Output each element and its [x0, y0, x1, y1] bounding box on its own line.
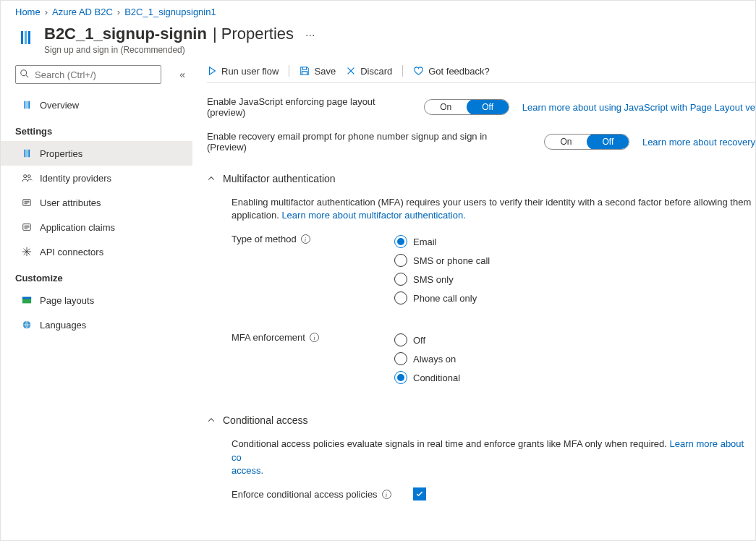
sidebar-item-page-layouts[interactable]: Page layouts — [1, 288, 192, 312]
mfa-type-email[interactable]: Email — [394, 232, 755, 251]
svg-rect-10 — [28, 150, 30, 158]
conditional-access-section: Conditional access Conditional access po… — [207, 407, 755, 500]
page-subtitle: | Properties — [213, 25, 294, 43]
overview-icon — [21, 100, 33, 110]
learn-more-javascript-link[interactable]: Learn more about using JavaScript with P… — [522, 102, 755, 113]
toggle-on[interactable]: On — [425, 100, 467, 114]
mfa-type-call[interactable]: Phone call only — [394, 289, 755, 307]
svg-point-11 — [23, 174, 26, 177]
mfa-enforce-always[interactable]: Always on — [394, 349, 755, 368]
breadcrumb-level2[interactable]: B2C_1_signupsignin1 — [124, 7, 216, 17]
mfa-section: Multifactor authentication Enabling mult… — [207, 166, 755, 387]
toolbar-label: Save — [314, 66, 336, 77]
sidebar-item-identity-providers[interactable]: Identity providers — [1, 166, 192, 190]
sidebar-item-label: Page layouts — [40, 295, 94, 306]
learn-more-mfa-link[interactable]: Learn more about multifactor authenticat… — [281, 210, 465, 221]
more-button[interactable]: ··· — [305, 29, 315, 42]
user-attributes-icon — [21, 197, 33, 208]
learn-more-ca-link-cont[interactable]: access. — [232, 465, 263, 476]
enable-javascript-toggle[interactable]: On Off — [424, 99, 509, 115]
enable-recovery-label: Enable recovery email prompt for phone n… — [207, 131, 521, 153]
sidebar-item-label: User attributes — [40, 197, 101, 208]
chevron-right-icon: › — [117, 7, 120, 17]
ca-description: Conditional access policies evaluate sig… — [232, 438, 755, 477]
breadcrumb-level1[interactable]: Azure AD B2C — [52, 7, 113, 17]
sidebar-item-label: Overview — [40, 100, 79, 111]
enable-javascript-label: Enable JavaScript enforcing page layout … — [207, 96, 401, 118]
mfa-type-label: Type of method — [232, 234, 297, 244]
search-input[interactable] — [15, 65, 161, 84]
mfa-type-sms-call[interactable]: SMS or phone call — [394, 251, 755, 270]
sidebar-item-properties[interactable]: Properties — [1, 141, 192, 166]
toolbar-separator — [402, 65, 403, 77]
discard-icon — [346, 66, 356, 76]
breadcrumb: Home › Azure AD B2C › B2C_1_signupsignin… — [1, 1, 755, 20]
toggle-off[interactable]: Off — [467, 99, 509, 115]
ca-section-header[interactable]: Conditional access — [207, 407, 755, 433]
main-content: Run user flow Save Discard Got feedback?… — [192, 62, 755, 541]
languages-icon — [21, 320, 33, 330]
sidebar-item-label: Application claims — [40, 222, 115, 233]
heart-icon — [413, 66, 424, 77]
chevron-right-icon: › — [45, 7, 48, 17]
ca-section-title: Conditional access — [223, 414, 308, 426]
svg-line-4 — [26, 75, 29, 78]
toolbar-separator — [289, 65, 289, 77]
info-icon[interactable]: i — [310, 333, 319, 342]
discard-button[interactable]: Discard — [346, 66, 392, 77]
run-user-flow-button[interactable]: Run user flow — [207, 66, 279, 77]
breadcrumb-home[interactable]: Home — [15, 7, 41, 17]
svg-rect-8 — [25, 150, 26, 158]
sidebar-item-application-claims[interactable]: Application claims — [1, 215, 192, 239]
toggle-off[interactable]: Off — [587, 134, 629, 150]
info-icon[interactable]: i — [382, 490, 391, 499]
toggle-on[interactable]: On — [545, 135, 587, 149]
radio-icon — [394, 352, 407, 365]
svg-rect-7 — [28, 101, 30, 109]
mfa-enforce-conditional[interactable]: Conditional — [394, 368, 755, 387]
radio-icon — [394, 371, 407, 384]
feedback-button[interactable]: Got feedback? — [413, 66, 490, 77]
collapse-sidebar-button[interactable]: « — [179, 69, 185, 80]
play-icon — [207, 66, 217, 76]
toolbar-label: Run user flow — [221, 66, 279, 77]
mfa-enforce-off[interactable]: Off — [394, 331, 755, 349]
sidebar-item-label: API connectors — [40, 247, 103, 257]
sidebar-item-api-connectors[interactable]: API connectors — [1, 239, 192, 264]
sidebar: « Overview Settings Properties Identity … — [1, 62, 192, 541]
sidebar-item-user-attributes[interactable]: User attributes — [1, 190, 192, 215]
mfa-type-sms[interactable]: SMS only — [394, 270, 755, 289]
svg-point-3 — [21, 70, 27, 76]
sidebar-item-overview[interactable]: Overview — [1, 93, 192, 117]
api-connectors-icon — [21, 247, 33, 257]
enable-recovery-toggle[interactable]: On Off — [544, 134, 629, 150]
info-icon[interactable]: i — [301, 234, 310, 244]
properties-icon — [21, 148, 33, 158]
svg-rect-5 — [25, 101, 26, 109]
sidebar-item-label: Languages — [40, 320, 86, 331]
mfa-section-title: Multifactor authentication — [223, 173, 336, 184]
ca-enforce-checkbox[interactable] — [413, 487, 426, 500]
identity-providers-icon — [21, 173, 33, 184]
ca-enforce-label: Enforce conditional access policies — [232, 489, 378, 500]
mfa-description: Enabling multifactor authentication (MFA… — [232, 196, 755, 222]
learn-more-recovery-link[interactable]: Learn more about recovery — [642, 137, 755, 148]
toolbar-label: Got feedback? — [428, 66, 490, 77]
sidebar-section-settings: Settings — [15, 126, 192, 137]
sidebar-item-label: Properties — [40, 148, 82, 159]
svg-rect-2 — [28, 31, 30, 44]
radio-icon — [394, 291, 407, 304]
svg-rect-9 — [26, 150, 27, 158]
mfa-enforcement-radiogroup: Off Always on Conditional — [394, 331, 755, 387]
save-button[interactable]: Save — [300, 66, 336, 77]
svg-point-12 — [27, 174, 30, 177]
sidebar-item-label: Identity providers — [40, 173, 111, 184]
search-icon — [20, 69, 30, 79]
mfa-section-header[interactable]: Multifactor authentication — [207, 166, 755, 192]
chevron-up-icon — [207, 174, 216, 183]
chevron-up-icon — [207, 416, 216, 425]
save-icon — [300, 66, 310, 76]
sidebar-item-languages[interactable]: Languages — [1, 312, 192, 337]
svg-rect-0 — [21, 31, 23, 44]
page-layouts-icon — [21, 295, 33, 305]
